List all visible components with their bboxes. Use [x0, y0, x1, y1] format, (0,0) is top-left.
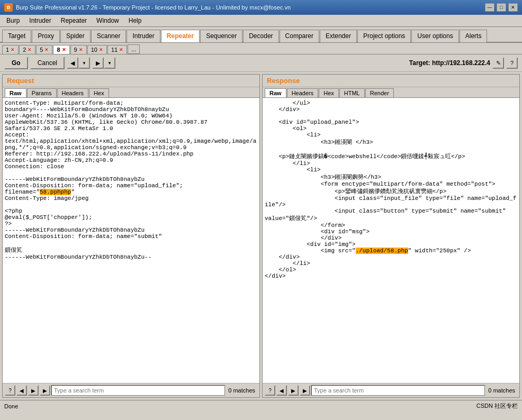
response-panel-tabs: Raw Headers Hex HTML Render: [263, 87, 519, 98]
tab-alerts[interactable]: Alerts: [460, 30, 488, 42]
request-panel-tabs: Raw Params Headers Hex: [3, 87, 259, 98]
main-tabs: Target Proxy Spider Scanner Intruder Rep…: [0, 27, 522, 43]
response-tab-headers[interactable]: Headers: [287, 88, 319, 97]
status-right: CSDN 社区专栏: [476, 402, 518, 410]
close-tab-11-icon[interactable]: ✕: [119, 47, 123, 52]
response-panel: Response Raw Headers Hex HTML Render </u…: [262, 74, 520, 398]
tab-target[interactable]: Target: [2, 30, 31, 42]
response-tab-html[interactable]: HTML: [339, 88, 365, 97]
request-search-add-button[interactable]: ▶: [40, 385, 50, 396]
app-logo: B: [4, 3, 13, 12]
tab-comparer[interactable]: Comparer: [280, 30, 319, 42]
filename-highlight: 58.pphphp: [40, 189, 71, 195]
request-tab-headers[interactable]: Headers: [57, 88, 89, 97]
tab-extender[interactable]: Extender: [320, 30, 357, 42]
request-tab-params[interactable]: Params: [27, 88, 57, 97]
response-matches-label: 0 matches: [486, 387, 517, 394]
tab-intruder[interactable]: Intruder: [127, 30, 160, 42]
sub-tab-11[interactable]: 11 ✕: [107, 45, 127, 54]
cancel-button[interactable]: Cancel: [30, 57, 65, 69]
minimize-button[interactable]: —: [485, 3, 494, 12]
go-button[interactable]: Go: [4, 57, 28, 69]
response-tab-raw[interactable]: Raw: [265, 88, 286, 97]
response-tab-render[interactable]: Render: [365, 88, 394, 97]
tab-project-options[interactable]: Project options: [357, 30, 411, 42]
target-value: http://192.168.222.4: [432, 59, 490, 67]
request-search-input[interactable]: [51, 385, 225, 396]
nav-forward-group: ▶ ▼: [92, 57, 115, 69]
close-tab-8-icon[interactable]: ✕: [62, 47, 66, 52]
response-content[interactable]: </ul> </div> <div id="upload_panel"> <ol…: [263, 98, 519, 383]
menu-burp[interactable]: Burp: [2, 16, 24, 25]
response-panel-header: Response: [263, 75, 519, 87]
close-tab-1-icon[interactable]: ✕: [11, 47, 15, 52]
nav-forward-button[interactable]: ▶: [92, 57, 104, 69]
tab-proxy[interactable]: Proxy: [32, 30, 60, 42]
close-tab-2-icon[interactable]: ✕: [28, 47, 32, 52]
sub-tab-1[interactable]: 1 ✕: [2, 45, 19, 54]
nav-back-group: ◀ ▼: [67, 57, 90, 69]
request-search-help-button[interactable]: ?: [5, 385, 15, 396]
sub-tab-5[interactable]: 5 ✕: [36, 45, 52, 54]
nav-forward-dropdown[interactable]: ▼: [104, 57, 115, 69]
app-title: Burp Suite Professional v1.7.26 - Tempor…: [16, 4, 291, 11]
response-search-help-button[interactable]: ?: [265, 385, 275, 396]
img-src-highlight: ./upload/58.php: [356, 248, 408, 254]
repeater-toolbar: Go Cancel ◀ ▼ ▶ ▼ Target: http://192.168…: [0, 54, 522, 72]
request-search-prev-button[interactable]: ◀: [16, 385, 27, 396]
tab-sequencer[interactable]: Sequencer: [200, 30, 242, 42]
menu-intruder[interactable]: Intruder: [25, 16, 55, 25]
request-panel: Request Raw Params Headers Hex Content-T…: [2, 74, 260, 398]
request-matches-label: 0 matches: [226, 387, 257, 394]
menu-bar: Burp Intruder Repeater Window Help: [0, 15, 522, 27]
request-tab-raw[interactable]: Raw: [5, 88, 26, 97]
response-search-input[interactable]: [311, 385, 485, 396]
sub-tab-8[interactable]: 8 ✕: [53, 45, 69, 54]
sub-tab-10[interactable]: 10 ✕: [87, 45, 107, 54]
target-edit-button[interactable]: ✎: [492, 57, 504, 69]
tab-user-options[interactable]: User options: [411, 30, 458, 42]
request-content[interactable]: Content-Type: multipart/form-data; bound…: [3, 98, 259, 383]
repeater-sub-tabs: 1 ✕ 2 ✕ 5 ✕ 8 ✕ 9 ✕ 10 ✕ 11 ✕ ...: [0, 43, 522, 54]
title-bar: B Burp Suite Professional v1.7.26 - Temp…: [0, 0, 522, 15]
content-area: Request Raw Params Headers Hex Content-T…: [0, 72, 522, 400]
status-bar: Done CSDN 社区专栏: [0, 400, 522, 412]
response-search-bar: ? ◀ ▶ ▶ 0 matches: [263, 383, 519, 397]
menu-window[interactable]: Window: [92, 16, 123, 25]
close-tab-10-icon[interactable]: ✕: [99, 47, 103, 52]
maximize-button[interactable]: □: [497, 3, 506, 12]
nav-back-button[interactable]: ◀: [67, 57, 78, 69]
close-tab-5-icon[interactable]: ✕: [44, 47, 49, 52]
request-tab-hex[interactable]: Hex: [89, 88, 109, 97]
request-panel-header: Request: [3, 75, 259, 87]
response-search-next-button[interactable]: ▶: [288, 385, 299, 396]
status-text: Done: [4, 403, 18, 409]
tab-spider[interactable]: Spider: [60, 30, 91, 42]
tab-repeater[interactable]: Repeater: [161, 30, 200, 42]
menu-help[interactable]: Help: [124, 16, 146, 25]
request-search-bar: ? ◀ ▶ ▶ 0 matches: [3, 383, 259, 397]
close-tab-9-icon[interactable]: ✕: [79, 47, 83, 52]
response-tab-hex[interactable]: Hex: [319, 88, 339, 97]
sub-tab-9[interactable]: 9 ✕: [70, 45, 87, 54]
sub-tab-2[interactable]: 2 ✕: [19, 45, 35, 54]
response-search-add-button[interactable]: ▶: [300, 385, 310, 396]
menu-repeater[interactable]: Repeater: [57, 16, 91, 25]
sub-tab-more[interactable]: ...: [128, 44, 140, 54]
help-button[interactable]: ?: [506, 57, 518, 69]
close-button[interactable]: ✕: [508, 3, 518, 12]
window-controls[interactable]: — □ ✕: [485, 3, 518, 12]
target-label: Target: http://192.168.222.4: [409, 59, 490, 67]
tab-scanner[interactable]: Scanner: [91, 30, 127, 42]
nav-back-dropdown[interactable]: ▼: [78, 57, 90, 69]
tab-decoder[interactable]: Decoder: [243, 30, 278, 42]
response-search-prev-button[interactable]: ◀: [276, 385, 287, 396]
request-search-next-button[interactable]: ▶: [28, 385, 39, 396]
